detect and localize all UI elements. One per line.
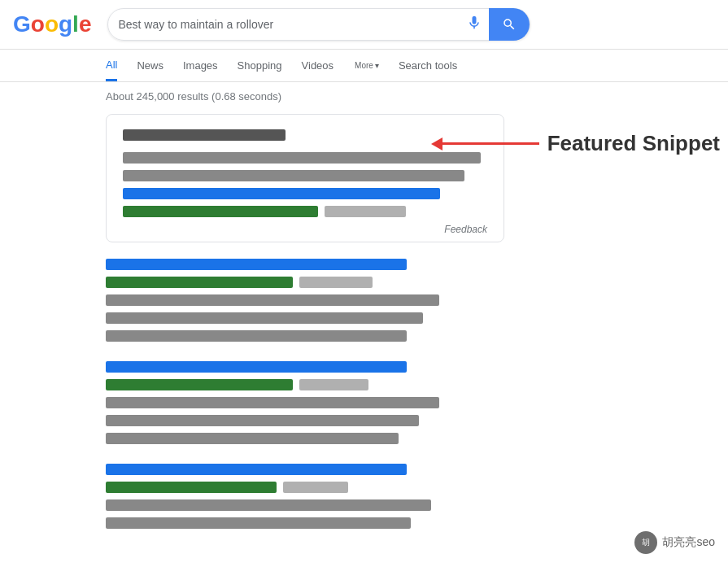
results-area: About 245,000 results (0.68 seconds) Fee… bbox=[0, 82, 728, 567]
header: Google bbox=[0, 0, 728, 50]
nav-search-tools[interactable]: Search tools bbox=[399, 51, 457, 80]
result-3-meta bbox=[106, 482, 504, 493]
result-3-text-2 bbox=[106, 517, 411, 529]
result-2-text-3 bbox=[106, 433, 399, 444]
snippet-text-bar-1 bbox=[123, 152, 481, 164]
result-3-text-1 bbox=[106, 499, 431, 511]
nav-videos[interactable]: Videos bbox=[302, 51, 334, 80]
nav-more[interactable]: More ▾ bbox=[353, 61, 379, 70]
search-button[interactable] bbox=[489, 8, 530, 41]
search-input[interactable] bbox=[118, 18, 466, 31]
result-3-url[interactable] bbox=[106, 464, 407, 475]
result-2-text-1 bbox=[106, 397, 439, 408]
result-2-url[interactable] bbox=[106, 361, 407, 373]
snippet-silver-bar bbox=[325, 206, 406, 217]
result-2-green bbox=[106, 379, 293, 390]
result-1-green bbox=[106, 277, 293, 288]
snippet-text-bar-2 bbox=[123, 170, 464, 181]
result-item-3 bbox=[106, 464, 504, 529]
result-2-meta bbox=[106, 379, 504, 390]
result-3-green bbox=[106, 482, 277, 493]
result-3-silver bbox=[283, 482, 348, 493]
result-1-text-3 bbox=[106, 330, 407, 342]
result-1-text-2 bbox=[106, 312, 423, 324]
featured-snippet-box: Feedback bbox=[106, 114, 504, 242]
result-item-2 bbox=[106, 361, 504, 444]
search-nav: All News Images Shopping Videos More ▾ S… bbox=[0, 50, 728, 82]
results-count: About 245,000 results (0.68 seconds) bbox=[106, 90, 622, 102]
microphone-icon[interactable] bbox=[466, 15, 482, 35]
watermark-icon: 胡 bbox=[634, 531, 657, 554]
snippet-url-bar bbox=[123, 188, 440, 199]
watermark-text: 胡亮亮seo bbox=[662, 535, 715, 550]
search-bar[interactable] bbox=[107, 8, 530, 41]
result-1-url[interactable] bbox=[106, 259, 407, 270]
result-2-text-2 bbox=[106, 415, 419, 426]
google-logo: Google bbox=[13, 11, 91, 37]
nav-news[interactable]: News bbox=[137, 51, 163, 80]
nav-shopping[interactable]: Shopping bbox=[238, 51, 282, 80]
nav-all[interactable]: All bbox=[106, 50, 117, 81]
feedback-link[interactable]: Feedback bbox=[123, 224, 487, 235]
result-item-1 bbox=[106, 259, 504, 342]
result-1-text-1 bbox=[106, 294, 439, 306]
result-2-silver bbox=[299, 379, 368, 390]
nav-images[interactable]: Images bbox=[183, 51, 218, 80]
snippet-meta-bars bbox=[123, 206, 487, 217]
watermark: 胡 胡亮亮seo bbox=[634, 531, 715, 554]
result-1-meta bbox=[106, 277, 504, 288]
result-1-silver bbox=[299, 277, 373, 288]
snippet-green-bar bbox=[123, 206, 318, 217]
featured-snippet-label: Featured Snippet bbox=[547, 131, 720, 156]
snippet-title-bar bbox=[123, 129, 286, 141]
